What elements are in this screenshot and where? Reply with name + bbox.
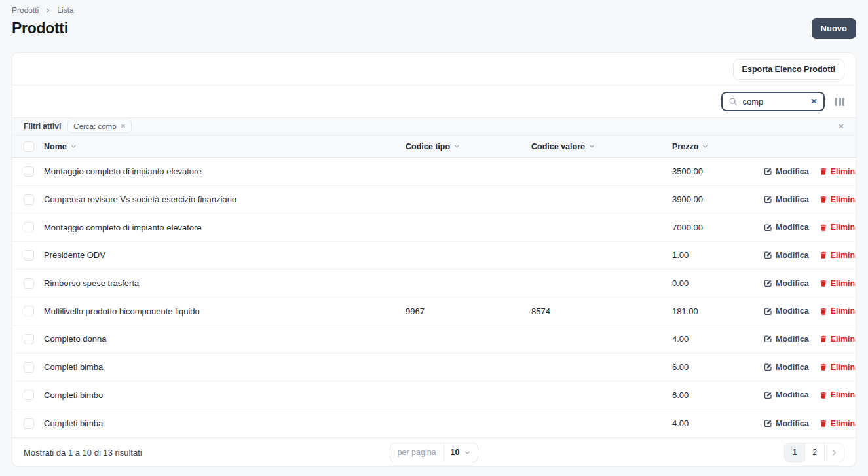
trash-icon <box>820 419 827 428</box>
table-row: Multilivello prodotto bicomponente liqui… <box>12 297 856 325</box>
page-button[interactable]: 1 <box>785 443 804 462</box>
cell-nome: Completi bimbo <box>44 390 406 400</box>
cell-prezzo: 6.00 <box>672 362 764 372</box>
active-filters-label: Filtri attivi <box>24 122 61 131</box>
row-checkbox[interactable] <box>24 222 34 232</box>
edit-button[interactable]: Modifica <box>764 390 809 399</box>
delete-button[interactable]: Elimina <box>820 279 856 288</box>
per-page-select[interactable]: per pagina 10 <box>390 443 479 462</box>
cell-prezzo: 181.00 <box>672 306 764 316</box>
sort-chevron-down-icon <box>70 143 77 150</box>
column-header-codice-tipo[interactable]: Codice tipo <box>406 142 531 151</box>
filter-chip-label: Cerca: comp <box>73 122 116 130</box>
edit-button[interactable]: Modifica <box>764 167 809 176</box>
delete-button[interactable]: Elimina <box>820 390 856 399</box>
cell-nome: Multilivello prodotto bicomponente liqui… <box>44 306 406 316</box>
row-checkbox[interactable] <box>24 306 34 316</box>
row-checkbox[interactable] <box>24 278 34 289</box>
active-filters-bar: Filtri attivi Cerca: comp ✕ ✕ <box>12 117 856 136</box>
edit-button[interactable]: Modifica <box>764 335 809 344</box>
pencil-square-icon <box>764 195 772 204</box>
export-toolbar: Esporta Elenco Prodotti <box>12 53 856 86</box>
filter-chip-close-icon[interactable]: ✕ <box>121 123 126 130</box>
edit-button[interactable]: Modifica <box>764 223 809 232</box>
delete-button-label: Elimina <box>831 363 856 372</box>
filter-chip[interactable]: Cerca: comp ✕ <box>67 120 132 133</box>
cell-nome: Montaggio completo di impianto elevatore <box>44 223 406 232</box>
select-all-checkbox[interactable] <box>24 141 34 152</box>
pencil-square-icon <box>764 279 772 287</box>
chevron-right-icon <box>45 7 51 14</box>
trash-icon <box>820 391 827 399</box>
edit-button-label: Modifica <box>776 363 809 372</box>
search-input[interactable] <box>742 96 807 107</box>
cell-nome: Presidente ODV <box>44 250 406 260</box>
edit-button[interactable]: Modifica <box>764 279 809 288</box>
trash-icon <box>820 223 827 232</box>
breadcrumb-item-lista[interactable]: Lista <box>57 6 73 15</box>
row-checkbox[interactable] <box>24 418 34 429</box>
row-checkbox[interactable] <box>24 194 34 205</box>
cell-prezzo: 0.00 <box>672 278 764 288</box>
clear-search-icon[interactable]: ✕ <box>810 98 817 105</box>
pencil-square-icon <box>764 391 772 399</box>
cell-codice-tipo: 9967 <box>406 306 531 316</box>
delete-button[interactable]: Elimina <box>820 195 856 204</box>
delete-button-label: Elimina <box>831 167 856 176</box>
results-summary: Mostrati da 1 a 10 di 13 risultati <box>24 448 142 458</box>
delete-button[interactable]: Elimina <box>820 419 856 428</box>
edit-button[interactable]: Modifica <box>764 419 809 428</box>
edit-button-label: Modifica <box>776 419 809 428</box>
column-header-prezzo[interactable]: Prezzo <box>672 142 764 151</box>
table-row: Completi bimba 6.00 Modifica Elimina <box>12 354 856 382</box>
delete-button-label: Elimina <box>831 335 856 344</box>
delete-button-label: Elimina <box>831 279 856 288</box>
row-checkbox[interactable] <box>24 362 34 373</box>
page-button[interactable]: 2 <box>804 443 824 462</box>
breadcrumb-item-prodotti[interactable]: Prodotti <box>12 6 39 15</box>
columns-toggle-icon[interactable] <box>835 98 845 106</box>
delete-button[interactable]: Elimina <box>820 251 856 260</box>
trash-icon <box>820 335 827 343</box>
cell-prezzo: 3500.00 <box>672 166 764 176</box>
edit-button[interactable]: Modifica <box>764 306 809 316</box>
clear-filters-icon[interactable]: ✕ <box>838 122 844 131</box>
edit-button-label: Modifica <box>776 167 809 176</box>
cell-prezzo: 7000.00 <box>672 223 764 232</box>
trash-icon <box>820 279 827 287</box>
search-toolbar: ✕ <box>12 86 856 117</box>
table-row: Completi bimba 4.00 Modifica Elimina <box>12 409 856 437</box>
delete-button[interactable]: Elimina <box>820 363 856 372</box>
row-checkbox[interactable] <box>24 334 34 344</box>
pencil-square-icon <box>764 419 772 428</box>
delete-button-label: Elimina <box>831 195 856 204</box>
search-box[interactable]: ✕ <box>721 92 825 111</box>
edit-button[interactable]: Modifica <box>764 363 809 372</box>
cell-prezzo: 4.00 <box>672 334 764 344</box>
next-page-button[interactable] <box>824 443 844 462</box>
edit-button-label: Modifica <box>776 306 809 316</box>
row-checkbox[interactable] <box>24 250 34 261</box>
trash-icon <box>820 195 827 204</box>
cell-prezzo: 6.00 <box>672 390 764 400</box>
delete-button[interactable]: Elimina <box>820 335 856 344</box>
column-header-codice-valore[interactable]: Codice valore <box>531 142 672 151</box>
row-checkbox[interactable] <box>24 390 34 400</box>
export-button[interactable]: Esporta Elenco Prodotti <box>733 59 844 80</box>
delete-button[interactable]: Elimina <box>820 223 856 232</box>
column-header-nome[interactable]: Nome <box>44 142 406 151</box>
products-card: Esporta Elenco Prodotti ✕ Filtri attivi … <box>12 52 856 467</box>
row-checkbox[interactable] <box>24 166 34 177</box>
table-row: Montaggio completo di impianto elevatore… <box>12 213 856 242</box>
edit-button[interactable]: Modifica <box>764 195 809 204</box>
edit-button-label: Modifica <box>776 279 809 288</box>
new-button[interactable]: Nuovo <box>812 18 856 39</box>
cell-prezzo: 1.00 <box>672 250 764 260</box>
trash-icon <box>820 167 827 175</box>
delete-button[interactable]: Elimina <box>820 306 856 316</box>
cell-codice-valore: 8574 <box>531 306 672 316</box>
delete-button[interactable]: Elimina <box>820 167 856 176</box>
breadcrumb: Prodotti Lista <box>12 0 856 15</box>
edit-button[interactable]: Modifica <box>764 251 809 260</box>
per-page-label: per pagina <box>390 443 443 462</box>
